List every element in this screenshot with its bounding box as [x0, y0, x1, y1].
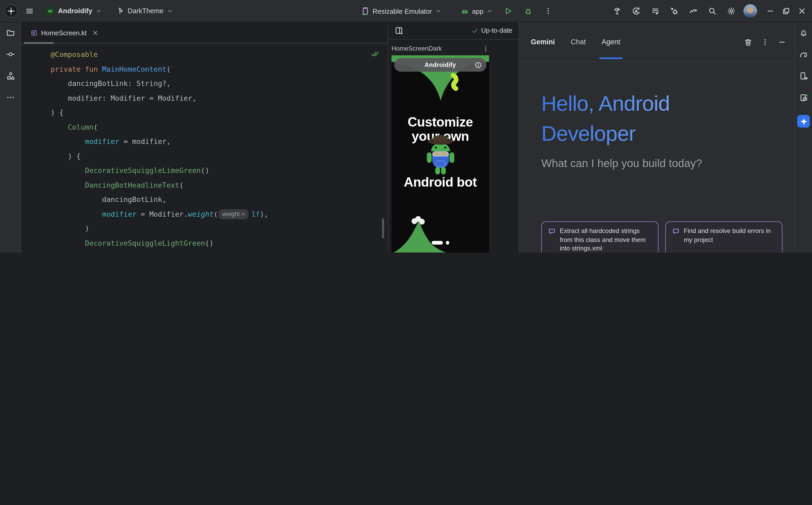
tab-homescreen-kt[interactable]: HomeScreen.kt ✕ — [21, 22, 103, 44]
gemini-subtitle: What can I help you build today? — [541, 157, 702, 170]
editor-scrollbar[interactable] — [382, 218, 384, 238]
suggestion-card-label: Extract all hardcoded strings from this … — [560, 227, 652, 252]
maximize-button[interactable] — [778, 3, 794, 19]
analysis-ok-icon — [371, 49, 379, 58]
code-editor[interactable]: @Composableprivate fun MainHomeContent( … — [21, 44, 388, 252]
minimize-button[interactable] — [763, 3, 778, 19]
project-name: Androidify — [58, 7, 92, 15]
commit-icon[interactable] — [6, 50, 14, 58]
tab-agent[interactable]: Agent — [602, 22, 620, 62]
delete-conversation-icon[interactable] — [744, 38, 752, 46]
speech-bubble-icon — [548, 228, 556, 235]
preview-status: Up-to-date — [472, 27, 512, 34]
sync-project-button[interactable] — [627, 3, 645, 19]
run-button[interactable] — [499, 3, 517, 19]
app-module-icon — [460, 7, 469, 15]
tab-label: HomeScreen.kt — [41, 29, 87, 37]
phone-headline: Customize — [391, 114, 489, 129]
code-line[interactable]: ) — [51, 221, 304, 236]
info-icon[interactable] — [475, 61, 482, 68]
chevron-down-icon — [96, 8, 102, 14]
close-icon — [798, 7, 806, 15]
preview-phone-dark[interactable]: Androidify Customize your own Android bo… — [391, 55, 489, 252]
gemini-tool-button[interactable] — [797, 115, 810, 128]
tab-scrollbar-thumb[interactable] — [24, 42, 54, 44]
speech-bubble-icon — [672, 228, 680, 235]
code-line[interactable]: } — [51, 250, 304, 252]
chevron-down-icon — [167, 8, 173, 14]
attach-debugger-button[interactable] — [665, 3, 683, 19]
gemini-title: Gemini — [531, 38, 555, 46]
code-line[interactable]: DecorativeSquiggleLimeGreen() — [51, 163, 304, 178]
android-studio-logo-icon — [4, 4, 18, 18]
code-line[interactable]: ) { — [51, 106, 304, 120]
preview-menu-icon[interactable] — [482, 45, 489, 52]
search-icon — [708, 7, 716, 15]
build-hammer-icon — [613, 7, 621, 15]
code-line[interactable]: DecorativeSquiggleLightGreen() — [51, 236, 304, 250]
code-line[interactable]: modifier = modifier, — [51, 134, 304, 149]
sync-project-icon — [632, 7, 641, 15]
phone-app-bar: Androidify — [394, 58, 486, 72]
debug-button[interactable] — [519, 3, 537, 19]
kotlin-file-icon — [31, 29, 37, 36]
bell-icon[interactable] — [799, 28, 808, 37]
build-variants-icon — [651, 7, 660, 15]
suggestion-card-2[interactable]: Find and resolve build errors in my proj… — [665, 221, 783, 252]
branch-selector[interactable]: DarkTheme — [113, 5, 177, 17]
android-bot-image — [420, 133, 460, 178]
gemini-header: Gemini Chat Agent — [519, 22, 795, 62]
right-tool-strip — [795, 22, 812, 252]
profiler-icon — [689, 7, 698, 15]
code-line[interactable]: DancingBotHeadlineText( — [51, 178, 304, 192]
code-line[interactable]: dancingBotLink: String?, — [51, 76, 304, 91]
more-horizontal-icon[interactable] — [6, 93, 14, 102]
build-hammer-button[interactable] — [608, 3, 626, 19]
page-indicator — [432, 241, 449, 244]
tab-chat[interactable]: Chat — [571, 22, 586, 62]
code-line[interactable]: private fun MainHomeContent( — [51, 62, 304, 76]
build-variants-button[interactable] — [646, 3, 664, 19]
device-explorer-icon[interactable] — [799, 72, 808, 80]
hide-panel-icon[interactable] — [778, 38, 786, 46]
minimize-icon — [766, 7, 775, 15]
branch-name: DarkTheme — [128, 7, 163, 15]
code-line[interactable]: ) { — [51, 149, 304, 163]
gemini-spark-icon — [800, 117, 808, 125]
avatar[interactable] — [743, 4, 757, 18]
gemini-greeting: Hello, AndroidDeveloper What can I help … — [541, 89, 702, 170]
project-selector[interactable]: Androidify — [41, 4, 106, 18]
device-name: Resizable Emulator — [372, 7, 432, 15]
gemini-menu-icon[interactable] — [761, 38, 769, 46]
run-icon — [504, 7, 512, 15]
search-button[interactable] — [703, 3, 721, 19]
code-line[interactable]: modifier = Modifier.weight(weight =1f), — [51, 207, 304, 221]
maximize-icon — [782, 7, 790, 15]
emulator-device-icon — [361, 7, 369, 15]
device-selector[interactable]: Resizable Emulator — [357, 5, 446, 17]
preview-title-dark: HomeScreenDark — [391, 45, 442, 52]
profiler-button[interactable] — [684, 3, 702, 19]
structure-icon[interactable] — [6, 72, 14, 80]
editor-zone: HomeScreen.kt ✕ @Composableprivate fun M… — [21, 22, 518, 252]
code-line[interactable]: dancingBotLink, — [51, 192, 304, 207]
tab-close-icon[interactable]: ✕ — [92, 29, 98, 37]
more-run-actions-button[interactable] — [540, 3, 557, 19]
run-config-selector[interactable]: app — [456, 5, 497, 17]
attach-debugger-icon — [670, 7, 679, 15]
inlay-hint[interactable]: weight = — [218, 209, 248, 219]
preview-layout-icon[interactable] — [395, 26, 403, 35]
code-line[interactable]: modifier: Modifier = Modifier, — [51, 91, 304, 106]
gradle-elephant-icon[interactable] — [799, 50, 808, 58]
running-devices-icon[interactable] — [799, 93, 808, 102]
settings-button[interactable] — [722, 3, 740, 19]
compose-preview-panel: Up-to-date HomeScreenDark Androidify — [388, 22, 518, 252]
android-studio-window: Androidify DarkTheme Resizable Emulator … — [0, 0, 812, 252]
chevron-down-icon — [487, 8, 493, 14]
main-menu-icon[interactable] — [25, 7, 34, 15]
suggestion-card-1[interactable]: Extract all hardcoded strings from this … — [541, 221, 659, 252]
code-line[interactable]: @Composable — [51, 47, 304, 62]
close-button[interactable] — [794, 3, 810, 19]
folder-icon[interactable] — [6, 28, 14, 37]
code-line[interactable]: Column( — [51, 120, 304, 134]
